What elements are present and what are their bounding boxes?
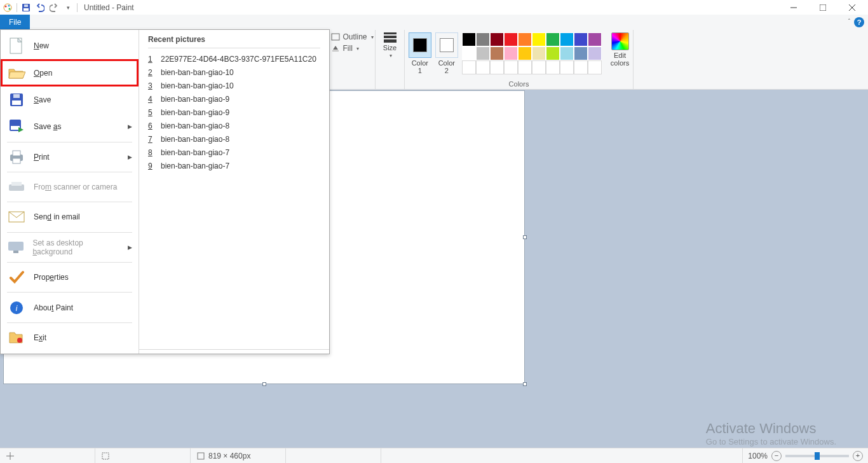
undo-icon[interactable] xyxy=(34,1,46,14)
zoom-out-button[interactable]: − xyxy=(771,451,782,461)
palette-swatch[interactable] xyxy=(546,32,560,46)
zoom-in-button[interactable]: + xyxy=(853,451,863,461)
recent-filename: bien-ban-ban-giao-10 xyxy=(161,68,234,77)
zoom-slider-thumb[interactable] xyxy=(815,452,820,460)
palette-swatch[interactable] xyxy=(574,32,588,46)
recent-picture-item[interactable]: 7bien-ban-ban-giao-8 xyxy=(148,132,320,146)
separator xyxy=(7,172,132,172)
palette-swatch[interactable] xyxy=(588,32,602,46)
separator xyxy=(7,262,132,263)
recent-filename: bien-ban-ban-giao-7 xyxy=(161,162,229,170)
svg-rect-5 xyxy=(24,8,29,11)
separator xyxy=(148,48,320,48)
recent-index: 8 xyxy=(148,148,154,157)
file-menu-new[interactable]: New xyxy=(1,32,139,59)
resize-handle-east[interactable] xyxy=(523,235,527,239)
colors-group-label: Colors xyxy=(509,80,529,88)
minimize-button[interactable] xyxy=(779,0,808,15)
svg-rect-16 xyxy=(13,94,20,98)
palette-swatch[interactable] xyxy=(560,32,574,46)
palette-swatch[interactable] xyxy=(476,32,490,46)
palette-swatch[interactable] xyxy=(504,60,518,74)
size-button[interactable]: Size ▾ xyxy=(383,32,397,59)
svg-rect-12 xyxy=(332,50,339,52)
chevron-right-icon: ▶ xyxy=(128,123,132,130)
palette-swatch[interactable] xyxy=(504,32,518,46)
close-button[interactable] xyxy=(837,0,867,15)
palette-swatch[interactable] xyxy=(574,60,588,74)
file-menu-about[interactable]: i About Paint xyxy=(1,294,139,321)
palette-swatch[interactable] xyxy=(588,46,602,60)
palette-swatch[interactable] xyxy=(476,46,490,60)
maximize-button[interactable] xyxy=(808,0,837,15)
paint-app-icon[interactable] xyxy=(1,1,14,14)
qat-customize-icon[interactable]: ▾ xyxy=(62,1,74,14)
palette-swatch[interactable] xyxy=(560,46,574,60)
palette-swatch[interactable] xyxy=(490,46,504,60)
ribbon-group-outline-fill: Outline▾ Fill▾ xyxy=(330,30,376,89)
svg-rect-20 xyxy=(13,151,20,156)
palette-swatch[interactable] xyxy=(490,32,504,46)
recent-pictures-header: Recent pictures xyxy=(148,35,320,44)
palette-swatch[interactable] xyxy=(476,60,490,74)
file-menu-exit[interactable]: Exit xyxy=(1,324,139,351)
recent-picture-item[interactable]: 8bien-ban-ban-giao-7 xyxy=(148,146,320,159)
outline-dropdown[interactable]: Outline▾ xyxy=(331,32,373,41)
palette-swatch[interactable] xyxy=(546,60,560,74)
recent-picture-item[interactable]: 5bien-ban-ban-giao-9 xyxy=(148,106,320,119)
color2-swatch xyxy=(440,38,454,52)
file-menu-properties[interactable]: Properties xyxy=(1,264,139,291)
redo-icon[interactable] xyxy=(48,1,60,14)
palette-swatch[interactable] xyxy=(518,60,532,74)
recent-picture-item[interactable]: 9bien-ban-ban-giao-7 xyxy=(148,159,320,172)
separator xyxy=(7,202,132,202)
palette-swatch[interactable] xyxy=(462,46,476,60)
selection-icon xyxy=(102,452,109,460)
palette-swatch[interactable] xyxy=(518,32,532,46)
palette-swatch[interactable] xyxy=(532,32,546,46)
file-menu-print[interactable]: Print ▶ xyxy=(1,144,139,170)
palette-swatch[interactable] xyxy=(546,46,560,60)
color1-button[interactable]: Color 1 xyxy=(409,32,431,74)
window-controls xyxy=(779,0,867,15)
palette-swatch[interactable] xyxy=(560,60,574,74)
resize-handle-southeast[interactable] xyxy=(523,382,527,386)
canvas-dimensions: 819 × 460px xyxy=(208,452,250,460)
palette-swatch[interactable] xyxy=(518,46,532,60)
help-icon[interactable]: ? xyxy=(854,17,864,27)
recent-index: 4 xyxy=(148,95,154,104)
color2-button[interactable]: Color 2 xyxy=(435,32,458,74)
collapse-ribbon-icon[interactable]: ˆ xyxy=(848,18,850,25)
recent-picture-item[interactable]: 6bien-ban-ban-giao-8 xyxy=(148,119,320,132)
palette-swatch[interactable] xyxy=(588,60,602,74)
info-icon: i xyxy=(7,298,26,317)
palette-swatch[interactable] xyxy=(462,32,476,46)
recent-filename: bien-ban-ban-giao-9 xyxy=(161,95,229,104)
ribbon-group-colors: Color 1 Color 2 Edit colors Colors xyxy=(405,30,634,89)
file-menu-email[interactable]: Send in email xyxy=(1,204,139,230)
palette-swatch[interactable] xyxy=(532,60,546,74)
zoom-level: 100% xyxy=(748,452,768,460)
palette-swatch[interactable] xyxy=(504,46,518,60)
edit-colors-button[interactable]: Edit colors xyxy=(611,32,629,67)
recent-picture-item[interactable]: 2bien-ban-ban-giao-10 xyxy=(148,66,320,79)
svg-point-1 xyxy=(5,5,7,7)
recent-picture-item[interactable]: 4bien-ban-ban-giao-9 xyxy=(148,92,320,106)
file-menu-save[interactable]: Save xyxy=(1,86,139,113)
save-icon[interactable] xyxy=(20,1,32,14)
palette-swatch[interactable] xyxy=(462,60,476,74)
svg-rect-32 xyxy=(102,453,109,459)
palette-swatch[interactable] xyxy=(490,60,504,74)
recent-picture-item[interactable]: 3bien-ban-ban-giao-10 xyxy=(148,79,320,92)
resize-handle-south[interactable] xyxy=(262,382,266,386)
palette-swatch[interactable] xyxy=(532,46,546,60)
file-menu-open[interactable]: Open xyxy=(1,59,139,86)
separator xyxy=(7,232,132,233)
recent-picture-item[interactable]: 122E977E2-4D64-4BC3-937C-971FE5A11C20 xyxy=(148,52,320,66)
zoom-slider[interactable] xyxy=(785,455,849,457)
fill-dropdown[interactable]: Fill▾ xyxy=(331,44,358,53)
palette-swatch[interactable] xyxy=(574,46,588,60)
file-tab[interactable]: File xyxy=(0,15,30,30)
edit-colors-label: Edit colors xyxy=(611,52,629,67)
file-menu-save-as[interactable]: Save as ▶ xyxy=(1,113,139,140)
